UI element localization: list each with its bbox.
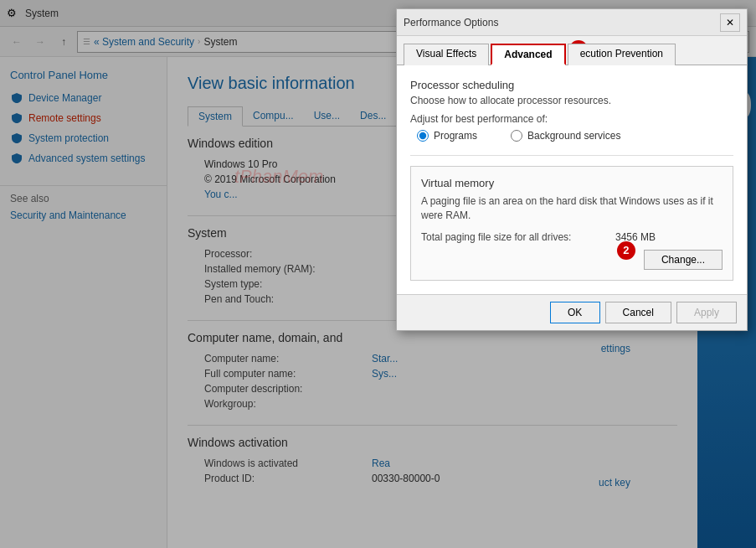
radio-programs-input[interactable] bbox=[417, 130, 429, 142]
performance-dialog: Performance Options ✕ Visual Effects Adv… bbox=[396, 8, 748, 331]
dialog-title-bar: Performance Options ✕ bbox=[397, 9, 747, 36]
dialog-tab-advanced[interactable]: Advanced 1 bbox=[491, 44, 565, 65]
modal-overlay: Performance Options ✕ Visual Effects Adv… bbox=[0, 0, 756, 548]
vm-total-label: Total paging file size for all drives: bbox=[421, 231, 571, 243]
virtual-memory-section: Virtual memory A paging file is an area … bbox=[410, 166, 733, 281]
vm-change-btn-area: 2 Change... bbox=[421, 250, 723, 270]
radio-background-label: Background services bbox=[527, 130, 620, 142]
dialog-cancel-button[interactable]: Cancel bbox=[605, 302, 671, 323]
dialog-ok-button[interactable]: OK bbox=[550, 302, 600, 323]
processor-scheduling-desc: Choose how to allocate processor resourc… bbox=[410, 95, 733, 106]
vm-total-row: Total paging file size for all drives: 3… bbox=[421, 231, 723, 243]
radio-background-input[interactable] bbox=[511, 130, 522, 142]
radio-background[interactable]: Background services bbox=[511, 130, 620, 142]
dialog-apply-button[interactable]: Apply bbox=[676, 302, 737, 323]
dialog-tab-visual-effects[interactable]: Visual Effects bbox=[404, 44, 489, 65]
dialog-tab-dep[interactable]: ecution Prevention bbox=[568, 44, 676, 65]
processor-scheduling-title: Processor scheduling bbox=[410, 79, 733, 91]
vm-change-button[interactable]: Change... bbox=[644, 250, 723, 270]
dialog-title: Performance Options bbox=[404, 17, 720, 28]
advanced-tab-label: Advanced bbox=[504, 49, 552, 60]
dep-tab-label: ecution Prevention bbox=[580, 48, 663, 59]
radio-group: Programs Background services bbox=[417, 130, 733, 142]
dialog-close-button[interactable]: ✕ bbox=[720, 13, 740, 32]
vm-total-value: 3456 MB bbox=[615, 231, 656, 243]
section-separator bbox=[410, 155, 733, 156]
main-window: ⚙ System — ☐ ✕ ← → ↑ ☰ « System and Secu… bbox=[0, 0, 756, 548]
vm-desc: A paging file is an area on the hard dis… bbox=[421, 194, 723, 223]
radio-programs[interactable]: Programs bbox=[417, 130, 477, 142]
processor-scheduling-section: Processor scheduling Choose how to alloc… bbox=[410, 79, 733, 142]
dialog-tabs: Visual Effects Advanced 1 ecution Preven… bbox=[397, 36, 747, 65]
dialog-footer: OK Cancel Apply bbox=[397, 294, 747, 330]
radio-programs-label: Programs bbox=[434, 130, 477, 142]
visual-effects-tab-label: Visual Effects bbox=[416, 48, 476, 59]
vm-title: Virtual memory bbox=[421, 177, 723, 189]
adjust-label: Adjust for best performance of: bbox=[410, 113, 733, 125]
circle-2: 2 bbox=[617, 241, 635, 260]
dialog-content: Processor scheduling Choose how to alloc… bbox=[397, 65, 747, 294]
